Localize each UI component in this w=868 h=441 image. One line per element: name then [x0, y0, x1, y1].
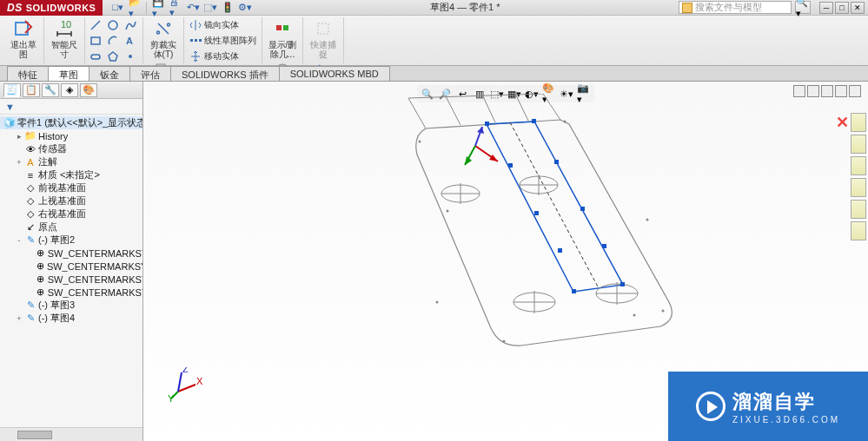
- link-views-icon[interactable]: [835, 85, 847, 97]
- tree-node-centermark[interactable]: ⊕SW_CENTERMARKSYM: [0, 273, 142, 286]
- tree-node-sketch4[interactable]: +✎(-) 草图4: [0, 312, 142, 325]
- fm-tab-appearance-icon[interactable]: 🎨: [80, 83, 97, 97]
- expander-icon[interactable]: -: [14, 236, 24, 245]
- svg-point-56: [447, 210, 449, 213]
- tree-node-sensors[interactable]: 👁传感器: [0, 142, 142, 155]
- tree-node-centermark[interactable]: ⊕SW_CENTERMARKSYM: [0, 286, 142, 299]
- plane-icon: ◇: [24, 208, 36, 220]
- spline-tool-icon[interactable]: [123, 19, 137, 31]
- svg-text:X: X: [196, 376, 202, 386]
- tab-sw-mbd[interactable]: SOLIDWORKS MBD: [279, 66, 390, 81]
- svg-point-57: [633, 314, 636, 317]
- circle-tool-icon[interactable]: [106, 19, 120, 31]
- rectangle-tool-icon[interactable]: [89, 35, 103, 47]
- close-view-icon[interactable]: [849, 85, 861, 97]
- tab-features[interactable]: 特征: [7, 66, 49, 81]
- tree-node-sketch3[interactable]: ✎(-) 草图3: [0, 299, 142, 312]
- undo-icon[interactable]: ↶▾: [187, 2, 199, 14]
- linear-pattern-button[interactable]: 线性草图阵列: [188, 33, 258, 49]
- svg-line-64: [178, 372, 182, 392]
- point-tool-icon[interactable]: [123, 50, 137, 63]
- expander-icon[interactable]: ▸: [14, 132, 24, 141]
- svg-line-60: [178, 385, 195, 392]
- svg-rect-46: [534, 211, 539, 215]
- material-icon: ≡: [24, 169, 36, 181]
- polygon-tool-icon[interactable]: [106, 50, 120, 63]
- taskpane-custom-props-icon[interactable]: [851, 221, 866, 240]
- svg-rect-14: [195, 39, 197, 42]
- save-icon[interactable]: 💾▾: [152, 2, 164, 14]
- tab-evaluate[interactable]: 评估: [129, 66, 171, 81]
- tree-node-material[interactable]: ≡材质 <未指定>: [0, 168, 142, 181]
- search-input[interactable]: 搜索文件与模型: [679, 1, 792, 14]
- trim-entities-button[interactable]: 剪裁实体(T): [147, 17, 180, 60]
- four-view-icon[interactable]: [821, 85, 833, 97]
- expander-icon[interactable]: +: [14, 158, 24, 167]
- expander-icon[interactable]: +: [14, 314, 24, 323]
- taskpane-design-library-icon[interactable]: [851, 135, 866, 154]
- svg-rect-47: [580, 207, 585, 211]
- smart-dimension-button[interactable]: 10 智能尺寸: [48, 17, 81, 60]
- taskpane-resources-icon[interactable]: [851, 113, 866, 132]
- svg-rect-16: [276, 25, 282, 30]
- close-sketch-icon[interactable]: ✕: [836, 113, 849, 132]
- fm-tab-property-icon[interactable]: 🔧: [42, 83, 59, 97]
- svg-rect-19: [318, 23, 328, 34]
- taskpane-appearances-icon[interactable]: [851, 200, 866, 219]
- sidebar-hscroll[interactable]: [0, 427, 142, 441]
- tree-node-top-plane[interactable]: ◇上视基准面: [0, 194, 142, 207]
- open-file-icon[interactable]: 📂▾: [129, 2, 141, 14]
- single-view-icon[interactable]: [793, 85, 805, 97]
- sketch-icon: ✎: [24, 299, 36, 312]
- text-tool-icon[interactable]: A: [123, 35, 137, 47]
- fm-tab-tree-icon[interactable]: 🧾: [3, 83, 21, 97]
- part-icon: 🧊: [3, 117, 16, 129]
- tab-sheetmetal[interactable]: 钣金: [89, 66, 130, 81]
- tab-sw-addins[interactable]: SOLIDWORKS 插件: [170, 66, 280, 81]
- svg-rect-15: [199, 39, 202, 42]
- fm-tab-display-icon[interactable]: ◈: [61, 83, 78, 97]
- svg-rect-13: [190, 39, 193, 42]
- feature-manager-panel: 🧾 📋 🔧 ◈ 🎨 ▼ 🧊 零件1 (默认<<默认>_显示状态 ▸📁Histor…: [0, 82, 143, 441]
- tree-node-sketch2[interactable]: -✎(-) 草图2: [0, 234, 142, 247]
- options-icon[interactable]: ⚙▾: [239, 2, 251, 14]
- tree-node-origin[interactable]: ↙原点: [0, 220, 142, 234]
- task-pane: [851, 113, 866, 240]
- taskpane-view-palette-icon[interactable]: [851, 178, 866, 197]
- tree-node-annotations[interactable]: +A注解: [0, 155, 142, 168]
- svg-point-53: [662, 310, 665, 313]
- svg-rect-50: [572, 289, 576, 293]
- tree-root[interactable]: 🧊 零件1 (默认<<默认>_显示状态: [0, 116, 142, 129]
- orientation-triad[interactable]: X Y Z: [168, 367, 202, 402]
- tree-node-history[interactable]: ▸📁History: [0, 129, 142, 142]
- tree-node-front-plane[interactable]: ◇前视基准面: [0, 181, 142, 194]
- print-icon[interactable]: 🖨▾: [169, 2, 182, 14]
- tree-node-centermark[interactable]: ⊕SW_CENTERMARKSYM2: [0, 260, 142, 273]
- graphics-viewport[interactable]: 🔍 🔎 ↩ ▥ ⬚▾ ▦▾ ◐▾ 🎨▾ ☀▾ 📷▾ ✕: [143, 82, 868, 441]
- taskpane-file-explorer-icon[interactable]: [851, 156, 866, 175]
- fm-filter[interactable]: ▼: [0, 99, 142, 115]
- minimize-button[interactable]: ─: [819, 2, 833, 14]
- svg-rect-51: [620, 282, 625, 286]
- maximize-button[interactable]: □: [835, 2, 849, 14]
- rapid-snap-button[interactable]: 快速捕捉: [307, 17, 340, 60]
- mirror-entities-button[interactable]: 镜向实体: [188, 17, 258, 33]
- exit-sketch-button[interactable]: 退出草图: [7, 17, 40, 60]
- tree-node-centermark[interactable]: ⊕SW_CENTERMARKSYM: [0, 247, 142, 260]
- rebuild-icon[interactable]: 🚦: [222, 2, 234, 14]
- arc-tool-icon[interactable]: [106, 35, 120, 47]
- close-button[interactable]: ✕: [851, 2, 865, 14]
- svg-point-54: [503, 340, 506, 343]
- search-button[interactable]: 🔍▾: [795, 1, 811, 14]
- slot-tool-icon[interactable]: [89, 50, 103, 63]
- move-entities-button[interactable]: 移动实体: [188, 49, 258, 64]
- line-tool-icon[interactable]: [89, 19, 103, 31]
- two-view-icon[interactable]: [807, 85, 819, 97]
- select-icon[interactable]: ⬚▾: [204, 2, 216, 14]
- display-delete-button[interactable]: 显示/删除几...: [266, 17, 299, 60]
- tree-node-right-plane[interactable]: ◇右视基准面: [0, 207, 142, 220]
- svg-rect-43: [532, 119, 536, 123]
- new-file-icon[interactable]: □▾: [111, 2, 123, 14]
- tab-sketch[interactable]: 草图: [48, 66, 89, 81]
- fm-tab-config-icon[interactable]: 📋: [23, 83, 40, 97]
